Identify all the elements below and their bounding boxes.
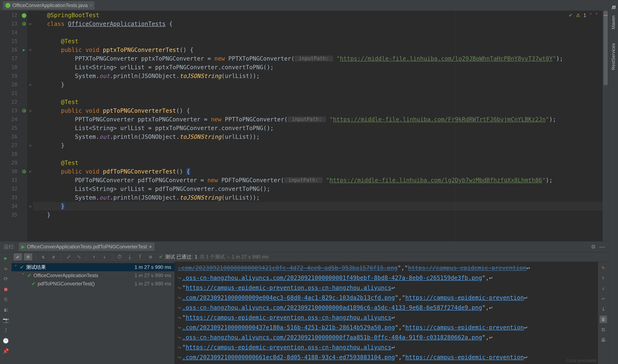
run-config-name: OfficeConverApplicationTests.pdfToPNGCon… (27, 244, 147, 250)
export-results-icon[interactable]: ⭱ (136, 253, 144, 260)
import-icon[interactable]: ⭳ (126, 253, 134, 260)
run-config-tab[interactable]: ▶ OfficeConverApplicationTests.pdfToPNGC… (19, 243, 154, 251)
right-tool-strip: m Maven RestServices (608, 0, 618, 364)
export-icon[interactable]: ⤴ (2, 327, 10, 334)
console-right-toolbar: ✎ ↑ ↓ ↩ ⤓ ≣ ⧉ 🖶 (598, 262, 608, 364)
editor-inspections[interactable]: ✔ ⚠ 1 ˄ ˅ (568, 13, 598, 18)
tree-method[interactable]: ✔ pdfToPNGConverterTest() 1 m 27 s 990 m… (12, 280, 175, 288)
scroll-end-icon[interactable]: ⤓ (600, 305, 607, 313)
tree-class[interactable]: ˅ ✔ OfficeConverApplicationTests 1 m 27 … (12, 271, 175, 280)
test-tree[interactable]: ˅ ✔ 测试结果 1 m 27 s 990 ms ˅ ✔ OfficeConve… (12, 262, 175, 364)
toggle-auto-icon[interactable]: ⟳ (2, 275, 10, 283)
fold-column: ⊟⊟⊟⊟⊟⊟⊟ (27, 11, 33, 241)
test-ok-icon: ✔ (20, 264, 24, 270)
down-arrow-icon[interactable]: ↓ (600, 285, 607, 292)
run-play-icon: ▶ (21, 244, 25, 250)
clear-icon[interactable]: ✎ (600, 264, 607, 271)
show-passed-icon[interactable]: ✔ (14, 253, 22, 260)
rerun-icon[interactable]: ▶ (2, 254, 10, 262)
test-settings-icon[interactable]: ⚙ (146, 253, 155, 260)
test-ok-icon: ✔ (31, 281, 36, 287)
diff-icon[interactable]: ⧉ (600, 326, 607, 333)
close-icon[interactable]: × (90, 3, 92, 8)
run-tool-body: ▶ ↻ ⟳ ■ ⎘ ◧ 📷 ⤴ 🕑 📌 ✔ ⊘ ⇅ ⇵ ⤢ (0, 252, 608, 364)
tree-method-time: 1 m 27 s 990 ms (135, 281, 175, 287)
test-console[interactable]: .com/2023092100000000009421c0fc-4d72-4ee… (175, 262, 598, 364)
up-arrow-icon[interactable]: ↑ (600, 274, 607, 282)
status-duration: 1 m 27 s 990 ms (232, 254, 269, 260)
pin-icon[interactable]: 📌 (2, 348, 10, 355)
gear-icon[interactable]: ⚙ (591, 244, 596, 250)
watermark: CSDN @HGW689 (566, 359, 596, 363)
line-number-gutter: 1213141516171819202122232425262728293031… (0, 11, 21, 241)
stop-icon[interactable]: ■ (2, 286, 10, 293)
code-editor[interactable]: 1213141516171819202122232425262728293031… (0, 11, 608, 241)
sort-alpha-icon[interactable]: ⇅ (39, 253, 47, 260)
expand-all-icon[interactable]: ⤢ (64, 253, 73, 260)
next-highlight-icon[interactable]: ˅ (595, 13, 598, 18)
rest-services-tool-button[interactable]: RestServices (611, 43, 616, 70)
tree-method-label: pdfToPNGConverterTest() (38, 281, 95, 287)
editor-tab[interactable]: OfficeConverApplicationTests.java × (3, 1, 94, 10)
status-prefix: 测试 已通过: (165, 254, 193, 260)
scrollbar-thumb[interactable] (604, 11, 608, 85)
inspection-ok-icon: ✔ (568, 13, 573, 18)
gutter-marks: ⬤▶ (21, 11, 27, 241)
next-test-icon[interactable]: ↓ (100, 253, 109, 260)
test-ok-icon: ✔ (27, 273, 31, 278)
maven-tool-button[interactable]: Maven (611, 15, 616, 29)
test-toolbar: ✔ ⊘ ⇅ ⇵ ⤢ ⤡ ↑ ↓ ⏱ ⭳ ⭱ ⚙ (12, 252, 608, 262)
chevron-down-icon[interactable]: ˅ (14, 264, 18, 270)
tree-class-label: OfficeConverApplicationTests (34, 273, 98, 278)
status-ok-icon: ✔ (159, 254, 163, 260)
run-tool-header: 运行: ▶ OfficeConverApplicationTests.pdfTo… (0, 241, 608, 252)
right-margin-guide (455, 11, 455, 241)
layout-icon[interactable]: ◧ (2, 306, 10, 313)
tree-root[interactable]: ˅ ✔ 测试结果 1 m 27 s 990 ms (12, 263, 175, 271)
inspection-warn-icon: ⚠ (576, 13, 580, 18)
maven-icon[interactable]: m (611, 3, 615, 11)
minimize-icon[interactable]: — (599, 244, 605, 250)
dump-icon[interactable]: ⎘ (2, 296, 10, 303)
prev-highlight-icon[interactable]: ˄ (590, 13, 592, 18)
inspection-warn-count: 1 (583, 13, 586, 18)
chevron-down-icon[interactable]: ˅ (21, 273, 25, 278)
camera-icon[interactable]: 📷 (2, 316, 10, 324)
editor-scrollbar[interactable] (603, 11, 608, 241)
editor-tab-filename: OfficeConverApplicationTests.java (13, 2, 88, 8)
collapse-all-icon[interactable]: ⤡ (75, 253, 83, 260)
history-icon[interactable]: 🕑 (2, 337, 10, 345)
editor-tabbar: OfficeConverApplicationTests.java × (0, 0, 608, 11)
toggle-soft-wrap-icon[interactable]: ≣ (600, 316, 607, 323)
prev-test-icon[interactable]: ↑ (90, 253, 98, 260)
error-stripe[interactable] (604, 15, 608, 16)
rerun-failed-icon[interactable]: ↻ (2, 265, 10, 272)
print-icon[interactable]: 🖶 (600, 336, 607, 344)
show-ignored-icon[interactable]: ⊘ (24, 253, 32, 260)
status-total: 共 1 个测试 (200, 254, 225, 260)
tree-class-time: 1 m 27 s 990 ms (135, 273, 175, 278)
soft-wrap-icon[interactable]: ↩ (600, 295, 607, 302)
tree-root-time: 1 m 27 s 990 ms (135, 264, 175, 270)
run-label: 运行: (4, 243, 15, 250)
status-passed: 1 (195, 254, 197, 260)
watch-icon[interactable]: ⏱ (116, 253, 124, 260)
tree-root-label: 测试结果 (26, 264, 46, 271)
spring-file-icon (5, 3, 10, 8)
run-left-toolbar: ▶ ↻ ⟳ ■ ⎘ ◧ 📷 ⤴ 🕑 📌 (0, 252, 12, 364)
close-icon[interactable]: × (149, 244, 152, 250)
sort-duration-icon[interactable]: ⇵ (50, 253, 58, 260)
